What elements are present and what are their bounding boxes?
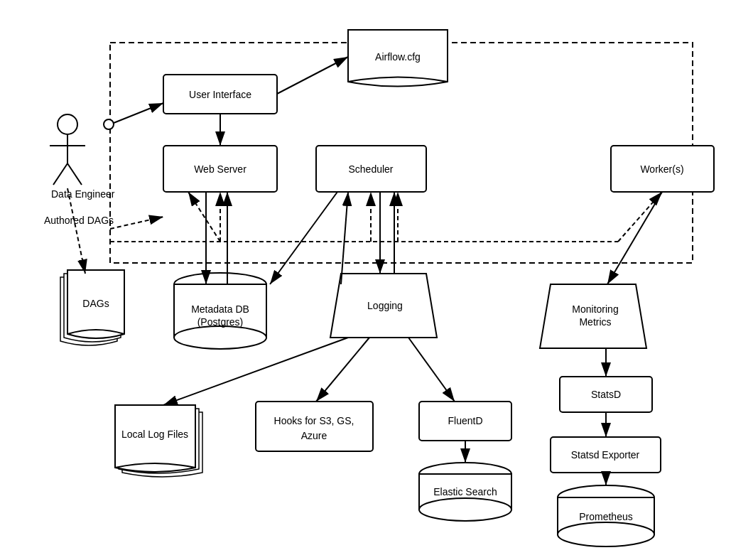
svg-line-34 (188, 192, 220, 242)
svg-point-24 (419, 498, 511, 521)
svg-point-12 (174, 326, 266, 349)
svg-line-48 (316, 338, 369, 402)
svg-line-47 (163, 338, 348, 405)
web-server-node: Web Server (163, 146, 277, 192)
fluentd-node: FluentD (419, 402, 511, 441)
data-engineer-label: Data Engineer (51, 188, 115, 200)
svg-line-39 (270, 192, 337, 284)
hooks-node: Hooks for S3, GS, Azure (256, 402, 373, 451)
fluentd-label: FluentD (448, 415, 482, 426)
scheduler-node: Scheduler (316, 146, 426, 192)
svg-line-9 (67, 163, 82, 185)
workers-label: Worker(s) (640, 163, 683, 175)
monitoring-metrics-label: Monitoring (572, 303, 618, 315)
svg-line-8 (53, 163, 67, 185)
hooks-label: Hooks for S3, GS, (274, 415, 354, 426)
svg-line-30 (110, 217, 163, 229)
svg-line-29 (67, 188, 85, 274)
local-log-files-label: Local Log Files (121, 429, 188, 440)
logging-node: Logging (330, 274, 437, 338)
svg-line-49 (408, 338, 455, 402)
statsd-exporter-node: Statsd Exporter (551, 437, 661, 473)
workers-node: Worker(s) (611, 146, 714, 192)
metadata-db-label: Metadata DB (191, 303, 249, 315)
svg-line-40 (341, 192, 348, 284)
airflow-cfg-node: Airflow.cfg (348, 30, 448, 87)
svg-point-5 (58, 114, 77, 134)
logging-label: Logging (367, 300, 403, 311)
user-interface-label: User Interface (189, 89, 251, 100)
statsd-label: StatsD (591, 389, 621, 400)
user-interface-node: User Interface (163, 75, 277, 114)
airflow-cfg-label: Airflow.cfg (375, 51, 421, 63)
metadata-db-label2: (Postgres) (197, 316, 244, 328)
elastic-search-label: Elastic Search (433, 486, 497, 497)
metadata-db-node: Metadata DB (Postgres) (174, 273, 266, 349)
prometheus-node: Prometheus (558, 485, 654, 546)
scheduler-label: Scheduler (348, 163, 393, 175)
dags-node: DAGs (60, 270, 124, 345)
hooks-label2: Azure (301, 430, 327, 441)
elastic-search-node: Elastic Search (419, 463, 511, 521)
svg-rect-20 (256, 402, 373, 451)
svg-line-32 (618, 192, 662, 242)
statsd-exporter-label: Statsd Exporter (571, 449, 640, 461)
svg-point-19 (558, 522, 654, 546)
web-server-label: Web Server (194, 163, 247, 175)
svg-line-43 (607, 192, 662, 284)
svg-line-25 (277, 57, 348, 94)
local-log-files-node: Local Log Files (115, 405, 202, 477)
dags-label: DAGs (82, 298, 109, 309)
prometheus-label: Prometheus (579, 511, 632, 522)
svg-line-27 (110, 103, 163, 124)
svg-point-28 (104, 119, 114, 129)
statsd-node: StatsD (560, 377, 652, 412)
monitoring-metrics-label2: Metrics (579, 316, 611, 328)
monitoring-metrics-node: Monitoring Metrics (540, 284, 646, 348)
authored-dags-label: Authored DAGs (44, 215, 114, 226)
